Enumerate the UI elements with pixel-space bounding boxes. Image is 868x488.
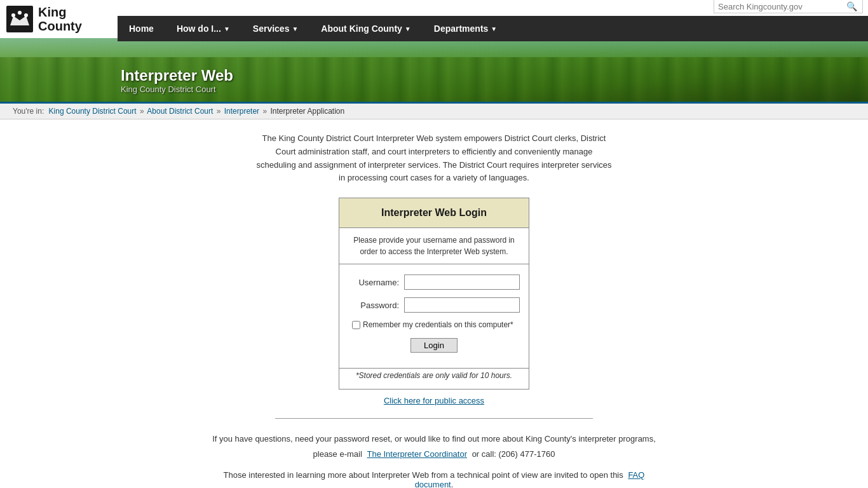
search-button[interactable]: 🔍 [845, 1, 858, 11]
svg-point-3 [18, 11, 22, 15]
dropdown-arrow-icon: ▼ [292, 25, 298, 32]
nav-about[interactable]: About King County ▼ [309, 16, 422, 41]
nav-services[interactable]: Services ▼ [241, 16, 310, 41]
faq-text: Those interested in learning more about … [212, 470, 656, 488]
login-button[interactable]: Login [410, 338, 458, 353]
site-logo-text: King County [38, 5, 111, 33]
divider [275, 418, 593, 419]
bottom-text: If you have questions, need your passwor… [212, 431, 656, 461]
password-label: Password: [348, 301, 399, 310]
public-access-row: Click here for public access [25, 396, 843, 405]
interpreter-coordinator-link[interactable]: The Interpreter Coordinator [367, 449, 467, 459]
username-input[interactable] [404, 274, 520, 290]
dropdown-arrow-icon: ▼ [491, 25, 497, 32]
nav-home[interactable]: Home [118, 16, 165, 41]
login-title: Interpreter Web Login [381, 207, 487, 218]
remember-label: Remember my credentials on this computer… [363, 320, 513, 329]
hero-banner: Interpreter Web King County District Cou… [0, 38, 868, 102]
page-title-area: Interpreter Web King County District Cou… [121, 67, 233, 94]
breadcrumb-separator-1: » [140, 107, 144, 116]
breadcrumb-separator-2: » [217, 107, 221, 116]
dropdown-arrow-icon: ▼ [224, 25, 230, 32]
logo-icon [6, 6, 33, 32]
login-form-area: Username: Password: Remember my credenti… [339, 264, 529, 368]
breadcrumb-current: Interpreter Application [270, 107, 344, 116]
username-row: Username: [348, 274, 520, 290]
nav-row: Home How do I... ▼ Services ▼ About King… [118, 16, 868, 41]
breadcrumb-link-1[interactable]: King County District Court [49, 107, 137, 116]
login-subheader: Please provide your username and passwor… [339, 228, 529, 264]
search-input[interactable] [718, 2, 845, 11]
breadcrumb-link-2[interactable]: About District Court [147, 107, 213, 116]
svg-point-4 [24, 13, 28, 17]
breadcrumb-link-3[interactable]: Interpreter [224, 107, 259, 116]
nav-how-do-i[interactable]: How do I... ▼ [165, 16, 241, 41]
page-title: Interpreter Web [121, 67, 233, 85]
page-subtitle: King County District Court [121, 85, 233, 94]
remember-row: Remember my credentials on this computer… [348, 320, 520, 329]
password-input[interactable] [404, 297, 520, 313]
login-btn-row: Login [348, 338, 520, 353]
login-box-header: Interpreter Web Login [339, 198, 529, 228]
stored-note: *Stored credentials are only valid for 1… [339, 368, 529, 389]
breadcrumb-separator-3: » [262, 107, 267, 116]
nav-departments[interactable]: Departments ▼ [423, 16, 509, 41]
password-row: Password: [348, 297, 520, 313]
crown-logo-icon [7, 6, 32, 32]
search-bar: 🔍 [118, 0, 868, 16]
login-box: Interpreter Web Login Please provide you… [339, 198, 529, 390]
logo-area: King County [0, 0, 118, 38]
svg-rect-0 [7, 6, 32, 32]
intro-text: The King County District Court Interpret… [256, 132, 612, 185]
remember-checkbox[interactable] [352, 321, 360, 329]
breadcrumb-prefix: You're in: [13, 107, 44, 116]
dropdown-arrow-icon: ▼ [405, 25, 411, 32]
main-content: The King County District Court Interpret… [0, 119, 868, 488]
username-label: Username: [348, 278, 399, 287]
public-access-link[interactable]: Click here for public access [384, 396, 484, 405]
svg-point-2 [11, 13, 15, 17]
breadcrumb: You're in: King County District Court » … [0, 102, 868, 119]
